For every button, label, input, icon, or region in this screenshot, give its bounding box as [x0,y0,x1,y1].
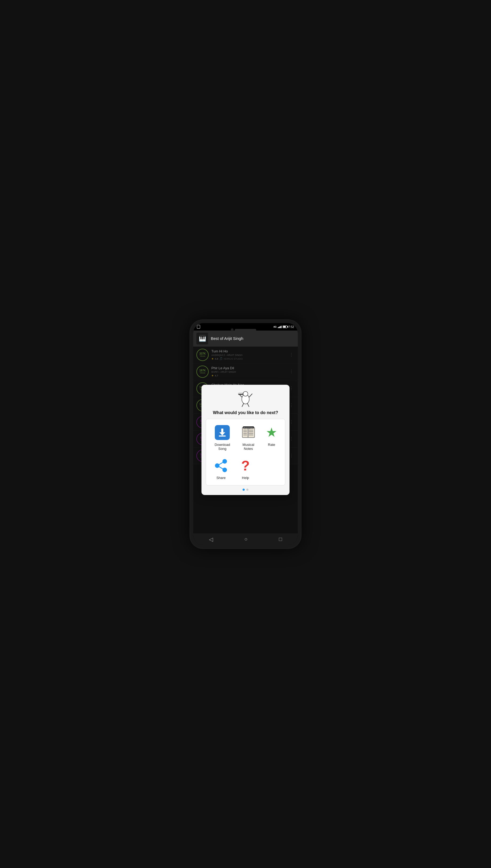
rate-label: Rate [268,443,275,447]
svg-rect-13 [219,436,226,437]
rate-star-icon: ★ [266,426,277,439]
share-icon-svg [214,459,228,473]
logo-emoji: 🎹 [199,335,206,342]
time-label: 7:52 [288,325,294,328]
svg-point-1 [243,391,248,396]
song-list: 337K Views Tum Hi Ho AASHIQUI 2 - ARIJIT… [193,346,298,533]
help-question-icon: ? [241,459,250,473]
modal-dots [206,488,285,491]
share-label: Share [216,476,226,480]
modal-dialog: What would you like to do next? [201,385,289,495]
bottom-nav: ◁ ○ □ [193,533,298,545]
app-title: Best of Arijit Singh [211,336,243,341]
back-button[interactable]: ◁ [207,534,215,545]
phone-screen: 4G 7:52 🎹 Bes [193,323,298,545]
modal-dot-1[interactable] [242,488,245,491]
recent-button[interactable]: □ [277,534,284,544]
modal-item-share[interactable]: Share [209,455,233,482]
modal-item-rate[interactable]: ★ Rate [261,422,282,453]
modal-overlay: What would you like to do next? [193,346,298,533]
phone-camera [231,328,233,331]
app-logo: 🎹 [196,333,208,344]
svg-line-3 [249,394,252,397]
svg-text:Musical Notes: Musical Notes [243,427,254,428]
modal-logo [206,389,285,408]
modal-logo-svg [236,389,255,408]
help-label: Help [242,476,249,480]
svg-rect-7 [238,393,239,394]
svg-rect-11 [221,428,223,433]
signal-icon [278,326,282,328]
share-icon-wrap [213,458,229,474]
modal-item-help[interactable]: ? Help [234,455,257,482]
modal-dot-2[interactable] [246,488,249,491]
home-button[interactable]: ○ [242,534,250,544]
sim-icon [197,325,200,329]
screen: 4G 7:52 🎹 Bes [193,323,298,545]
rate-icon-wrap: ★ [264,424,280,441]
phone-device: 4G 7:52 🎹 Bes [190,319,301,549]
download-icon-wrap [214,424,230,441]
status-left [197,325,200,329]
help-icon-wrap: ? [237,458,254,474]
svg-line-5 [248,403,249,407]
svg-rect-9 [241,393,241,394]
modal-item-notes[interactable]: ♪ ♪ Musical Notes Mus [236,422,261,453]
notes-svg: ♪ ♪ Musical Notes [241,425,256,440]
svg-line-32 [219,467,223,469]
modal-options-grid: Download Song [206,419,285,485]
svg-point-34 [215,464,219,468]
download-icon-box [215,425,230,440]
network-label: 4G [273,326,277,328]
download-label: Download Song [212,443,232,451]
modal-item-download[interactable]: Download Song [209,422,236,453]
svg-rect-10 [242,393,242,394]
phone-speaker [235,329,256,331]
battery-icon [283,326,287,328]
svg-line-4 [242,403,243,407]
app-header: 🎹 Best of Arijit Singh [193,331,298,346]
musical-notes-img: ♪ ♪ Musical Notes [241,425,256,440]
notes-label: Musical Notes [240,443,257,451]
svg-marker-12 [219,432,225,436]
modal-row-1: Download Song [209,422,282,453]
svg-point-35 [223,468,227,472]
svg-line-31 [219,463,223,465]
status-right: 4G 7:52 [273,325,294,328]
download-arrow-svg [218,428,227,437]
svg-point-33 [223,459,227,463]
modal-row-2: Share ? Help [209,455,282,482]
svg-rect-15 [248,427,249,438]
svg-rect-8 [240,393,240,394]
modal-title: What would you like to do next? [206,410,285,415]
notes-icon-wrap: ♪ ♪ Musical Notes [240,424,256,441]
